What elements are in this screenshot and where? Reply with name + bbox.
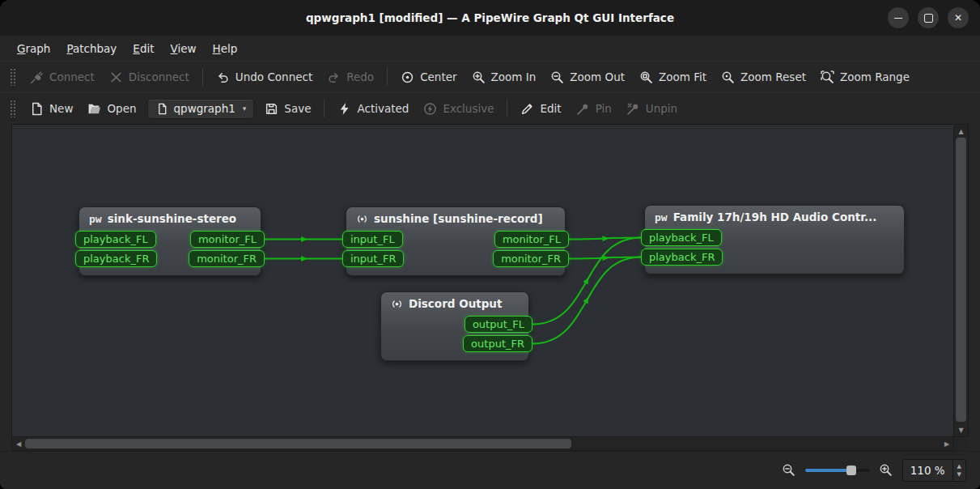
graph-scene: pwsink-sunshine-stereoplayback_FLmonitor… [12, 125, 953, 436]
node-title: Discord Output [381, 292, 528, 313]
zoom-spinbox[interactable]: 110 % ▲ ▼ [902, 459, 966, 482]
activated-button[interactable]: Activated [330, 98, 416, 120]
edit-button[interactable]: Edit [513, 98, 568, 120]
activated-icon [337, 102, 351, 116]
menu-patchbay[interactable]: Patchbay [59, 39, 124, 58]
port-monitor_FL[interactable]: monitor_FL [190, 231, 265, 248]
zoom-fit-button[interactable]: Zoom Fit [632, 66, 714, 88]
zoom-slider-fill [805, 469, 852, 472]
redo-button[interactable]: Redo [320, 66, 381, 88]
connect-icon [30, 70, 44, 84]
center-button[interactable]: Center [393, 66, 464, 88]
port-playback_FL[interactable]: playback_FL [75, 231, 156, 248]
titlebar[interactable]: qpwgraph1 [modified] — A PipeWire Graph … [0, 0, 980, 36]
port-input_FR[interactable]: input_FR [342, 250, 404, 267]
port-output_FL[interactable]: output_FL [465, 316, 532, 333]
menubar: GraphPatchbayEditViewHelp [0, 36, 980, 61]
window-controls: ✕ [888, 0, 969, 36]
horizontal-scroll-thumb[interactable] [25, 439, 571, 449]
window-title: qpwgraph1 [modified] — A PipeWire Graph … [306, 11, 674, 24]
disconnect-button[interactable]: Disconnect [102, 66, 197, 88]
minimize-icon [894, 18, 902, 19]
menu-help[interactable]: Help [206, 39, 245, 58]
save-button[interactable]: Save [257, 98, 318, 120]
spin-down-icon[interactable]: ▼ [953, 470, 965, 478]
scroll-down-icon[interactable]: ▼ [954, 424, 968, 436]
port-monitor_FL[interactable]: monitor_FL [494, 231, 569, 248]
zoom-out-icon[interactable] [782, 463, 796, 478]
minimize-button[interactable] [888, 7, 909, 28]
zoom-range-button[interactable]: Zoom Range [813, 66, 917, 88]
menu-view[interactable]: View [163, 39, 204, 58]
new-button[interactable]: New [23, 98, 80, 120]
graph-canvas[interactable]: pwsink-sunshine-stereoplayback_FLmonitor… [11, 124, 954, 437]
menu-graph[interactable]: Graph [10, 39, 57, 58]
open-button[interactable]: Open [80, 98, 143, 120]
port-input_FL[interactable]: input_FL [342, 231, 403, 248]
maximize-button[interactable] [918, 7, 939, 28]
pin-button[interactable]: Pin [569, 98, 619, 120]
zoom-out-icon [550, 70, 564, 84]
toolbar-separator [324, 100, 325, 117]
horizontal-scrollbar[interactable]: ◀ ▶ [11, 436, 954, 451]
node-title: pwsink-sunshine-stereo [79, 207, 261, 228]
zoom-in-icon[interactable] [879, 463, 893, 478]
port-row: playback_FRmonitor_FR [79, 250, 261, 267]
zoom-in-icon [472, 70, 486, 84]
port-playback_FR[interactable]: playback_FR [75, 250, 157, 267]
toolbar-patchbay: NewOpenqpwgraph1▾SaveActivatedExclusiveE… [0, 92, 980, 124]
port-monitor_FR[interactable]: monitor_FR [493, 250, 569, 267]
zoom-slider-handle[interactable] [846, 466, 856, 475]
port-row: output_FL [381, 316, 528, 333]
zoom-reset-button[interactable]: Zoom Reset [714, 66, 813, 88]
port-monitor_FR[interactable]: monitor_FR [189, 250, 265, 267]
patchbay-file-select[interactable]: qpwgraph1▾ [147, 99, 255, 119]
zoom-range-icon [821, 70, 834, 84]
vertical-scroll-thumb[interactable] [956, 138, 966, 422]
new-icon [30, 102, 44, 116]
exclusive-button[interactable]: Exclusive [416, 98, 501, 120]
graph-node-sunshine[interactable]: sunshine [sunshine-record]input_FLmonito… [346, 206, 566, 276]
toolbar-handle[interactable] [10, 68, 15, 86]
graph-node-family[interactable]: pwFamily 17h/19h HD Audio Contr...playba… [644, 205, 905, 274]
file-icon [155, 102, 169, 116]
zoom-out-button[interactable]: Zoom Out [543, 66, 632, 88]
menu-edit[interactable]: Edit [125, 39, 161, 58]
scroll-up-icon[interactable]: ▲ [954, 125, 968, 137]
connect-button[interactable]: Connect [23, 66, 102, 88]
port-output_FR[interactable]: output_FR [463, 335, 532, 352]
spin-up-icon[interactable]: ▲ [953, 462, 965, 470]
record-icon [391, 298, 403, 310]
disconnect-icon [109, 70, 123, 84]
port-playback_FR[interactable]: playback_FR [641, 249, 723, 266]
maximize-icon [924, 14, 933, 23]
port-row: input_FLmonitor_FL [346, 231, 565, 248]
close-button[interactable]: ✕ [948, 7, 969, 28]
patchbay-file-select-value: qpwgraph1 [174, 102, 235, 115]
graph-node-discord[interactable]: Discord Outputoutput_FLoutput_FR [380, 291, 529, 361]
port-row: playback_FL [645, 229, 904, 246]
undo-icon [216, 70, 230, 84]
zoom-in-button[interactable]: Zoom In [465, 66, 544, 88]
canvas-area: pwsink-sunshine-stereoplayback_FLmonitor… [11, 124, 969, 451]
graph-node-sink[interactable]: pwsink-sunshine-stereoplayback_FLmonitor… [78, 206, 261, 276]
undo-connect-button[interactable]: Undo Connect [209, 66, 320, 88]
zoom-value: 110 % [903, 460, 952, 481]
unpin-icon [626, 102, 640, 116]
node-title: sunshine [sunshine-record] [346, 207, 565, 228]
scroll-left-icon[interactable]: ◀ [13, 437, 24, 450]
zoom-slider[interactable] [805, 469, 870, 472]
redo-icon [327, 70, 341, 84]
unpin-button[interactable]: Unpin [619, 98, 685, 120]
toolbar-graph: ConnectDisconnectUndo ConnectRedoCenterZ… [0, 61, 980, 92]
node-title: pwFamily 17h/19h HD Audio Contr... [645, 206, 904, 227]
statusbar: 110 % ▲ ▼ [0, 451, 980, 489]
scroll-right-icon[interactable]: ▶ [941, 437, 952, 450]
edit-icon [520, 102, 534, 116]
vertical-scrollbar[interactable]: ▲ ▼ [953, 124, 969, 437]
toolbar-handle[interactable] [10, 100, 15, 117]
zoom-spin-arrows: ▲ ▼ [952, 460, 965, 481]
open-icon [87, 102, 101, 116]
scrollbar-corner [955, 439, 969, 451]
port-playback_FL[interactable]: playback_FL [641, 229, 722, 246]
